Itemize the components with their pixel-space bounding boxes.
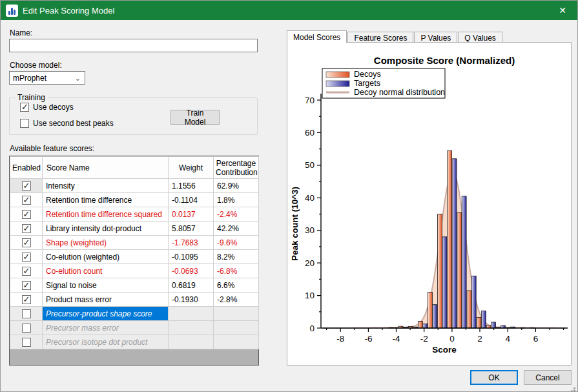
weight-cell[interactable] [169, 335, 214, 349]
score-name-cell[interactable]: Co-elution (weighted) [43, 250, 169, 264]
target-bar [423, 324, 428, 328]
percentage-contribution-cell[interactable] [214, 321, 259, 335]
percentage-contribution-cell[interactable]: 62.9% [214, 179, 259, 193]
percentage-contribution-cell[interactable]: 1.8% [214, 193, 259, 207]
score-name-cell[interactable]: Retention time difference squared [43, 207, 169, 222]
target-bar [442, 237, 447, 328]
score-name-cell[interactable]: Product mass error [43, 293, 169, 307]
score-name-cell[interactable]: Library intensity dot-product [43, 222, 169, 236]
table-row: Precursor-product shape score [10, 307, 259, 321]
enabled-checkbox[interactable] [22, 181, 31, 191]
weight-cell[interactable]: -0.0693 [169, 264, 214, 278]
percentage-contribution-cell[interactable]: -2.4% [214, 207, 259, 222]
svg-text:40: 40 [305, 193, 315, 203]
svg-text:2: 2 [477, 334, 482, 344]
use-decoys-row[interactable]: Use decoys [20, 103, 74, 112]
column-header[interactable]: Weight [169, 157, 214, 179]
weight-cell[interactable]: 0.6819 [169, 278, 214, 293]
enabled-checkbox-cell[interactable] [10, 207, 43, 222]
enabled-checkbox-cell[interactable] [10, 193, 43, 207]
enabled-checkbox[interactable] [22, 267, 31, 276]
use-decoys-checkbox[interactable] [20, 103, 29, 112]
enabled-checkbox[interactable] [22, 196, 31, 205]
weight-cell[interactable]: -1.7683 [169, 236, 214, 250]
score-name-cell[interactable]: Precursor-product shape score [43, 307, 169, 321]
tab-model-scores[interactable]: Model Scores [287, 30, 347, 43]
enabled-checkbox[interactable] [22, 210, 31, 219]
enabled-checkbox[interactable] [22, 309, 31, 318]
table-row: Intensity1.155662.9% [10, 179, 259, 193]
weight-cell[interactable]: 1.1556 [169, 179, 214, 193]
weight-cell[interactable] [169, 321, 214, 335]
percentage-contribution-cell[interactable]: 6.6% [214, 278, 259, 293]
close-icon[interactable]: ✕ [548, 1, 577, 20]
tab-feature-scores[interactable]: Feature Scores [347, 32, 413, 43]
svg-text:20: 20 [305, 258, 315, 268]
second-best-row[interactable]: Use second best peaks [20, 119, 114, 128]
score-name-cell[interactable]: Precursor isotope dot product [43, 335, 169, 349]
enabled-checkbox-cell[interactable] [10, 278, 43, 293]
column-header[interactable]: Score Name [43, 157, 169, 179]
weight-cell[interactable] [169, 307, 214, 321]
enabled-checkbox[interactable] [22, 324, 31, 333]
column-header[interactable]: Enabled [10, 157, 43, 179]
cancel-button[interactable]: Cancel [524, 370, 572, 385]
enabled-checkbox-cell[interactable] [10, 321, 43, 335]
table-row: Co-elution (weighted)-0.10958.2% [10, 250, 259, 264]
weight-cell[interactable]: -0.1095 [169, 250, 214, 264]
percentage-contribution-cell[interactable]: -6.8% [214, 264, 259, 278]
score-name-cell[interactable]: Precursor mass error [43, 321, 169, 335]
enabled-checkbox[interactable] [22, 295, 31, 304]
tab-p-values[interactable]: P Values [414, 32, 457, 43]
skyline-app-icon [6, 5, 18, 17]
enabled-checkbox-cell[interactable] [10, 335, 43, 349]
ok-button[interactable]: OK [470, 370, 518, 385]
score-name-cell[interactable]: Signal to noise [43, 278, 169, 293]
percentage-contribution-cell[interactable] [214, 335, 259, 349]
svg-text:Decoys: Decoys [354, 70, 381, 79]
enabled-checkbox[interactable] [22, 224, 31, 233]
name-input[interactable] [9, 39, 258, 52]
weight-cell[interactable]: 5.8057 [169, 222, 214, 236]
score-name-cell[interactable]: Intensity [43, 179, 169, 193]
enabled-checkbox-cell[interactable] [10, 264, 43, 278]
enabled-checkbox-cell[interactable] [10, 236, 43, 250]
score-name-cell[interactable]: Shape (weighted) [43, 236, 169, 250]
column-header[interactable]: Percentage Contribution [214, 157, 259, 179]
choose-model-label: Choose model: [10, 61, 62, 70]
target-bar [433, 305, 437, 328]
tab-q-values[interactable]: Q Values [458, 32, 502, 43]
svg-text:-8: -8 [336, 334, 344, 344]
resize-grip[interactable] [573, 387, 575, 389]
percentage-contribution-cell[interactable]: -2.8% [214, 293, 259, 307]
percentage-contribution-cell[interactable]: 8.2% [214, 250, 259, 264]
train-model-button[interactable]: Train Model [170, 110, 220, 125]
enabled-checkbox[interactable] [22, 238, 31, 247]
enabled-checkbox-cell[interactable] [10, 179, 43, 193]
decoy-bar [418, 321, 422, 328]
svg-text:60: 60 [305, 128, 315, 138]
enabled-checkbox-cell[interactable] [10, 293, 43, 307]
weight-cell[interactable]: 0.0137 [169, 207, 214, 222]
second-best-checkbox[interactable] [20, 119, 29, 128]
percentage-contribution-cell[interactable]: -9.6% [214, 236, 259, 250]
svg-text:4: 4 [505, 334, 510, 344]
percentage-contribution-cell[interactable]: 42.2% [214, 222, 259, 236]
feature-scores-table: EnabledScore NameWeightPercentage Contri… [9, 156, 259, 366]
model-select[interactable]: mProphet ⌄ [9, 71, 85, 85]
weight-cell[interactable]: -0.1104 [169, 193, 214, 207]
window-titlebar: Edit Peak Scoring Model ✕ [1, 1, 577, 20]
weight-cell[interactable]: -0.1930 [169, 293, 214, 307]
use-decoys-label: Use decoys [33, 103, 74, 112]
name-label: Name: [10, 28, 32, 37]
enabled-checkbox[interactable] [22, 281, 31, 290]
percentage-contribution-cell[interactable] [214, 307, 259, 321]
enabled-checkbox-cell[interactable] [10, 250, 43, 264]
score-name-cell[interactable]: Co-elution count [43, 264, 169, 278]
table-row: Precursor mass error [10, 321, 259, 335]
enabled-checkbox[interactable] [22, 253, 31, 262]
score-name-cell[interactable]: Retention time difference [43, 193, 169, 207]
enabled-checkbox-cell[interactable] [10, 307, 43, 321]
enabled-checkbox-cell[interactable] [10, 222, 43, 236]
enabled-checkbox[interactable] [22, 338, 31, 347]
